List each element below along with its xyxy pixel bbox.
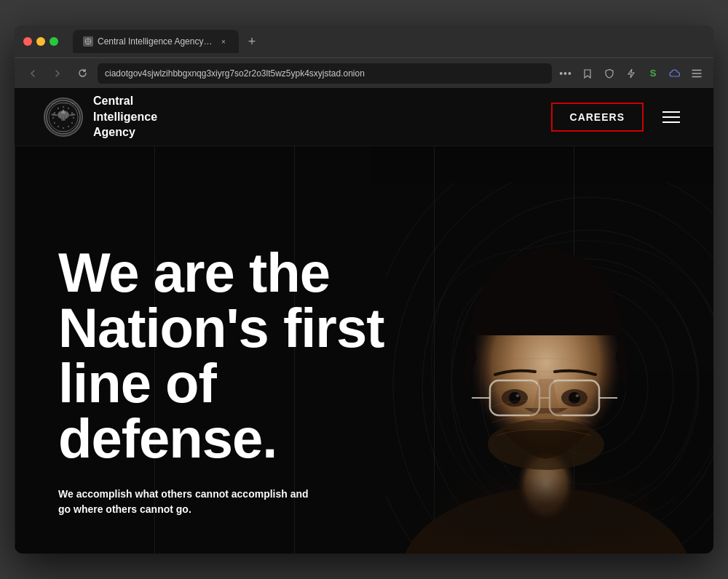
address-bar: ••• S [15, 57, 713, 88]
lightning-icon[interactable] [623, 65, 639, 81]
svg-rect-50 [393, 459, 699, 554]
maximize-window-button[interactable] [50, 37, 58, 46]
svg-point-48 [516, 394, 520, 397]
hero-subtext: We accomplish what others cannot accompl… [58, 487, 320, 517]
traffic-lights [23, 37, 58, 46]
svg-point-20 [54, 122, 55, 124]
logo-text: Central Intelligence Agency [93, 93, 157, 140]
careers-button[interactable]: CAREERS [551, 103, 644, 132]
forward-button[interactable] [48, 64, 67, 83]
more-options-icon[interactable]: ••• [558, 65, 574, 81]
svg-text:CENTRAL INTELLIGENCE: CENTRAL INTELLIGENCE [45, 103, 82, 105]
browser-window: Central Intelligence Agency - C... × + [15, 25, 713, 554]
hero-content: We are the Nation's first line of defens… [15, 245, 437, 517]
s-extension-icon[interactable]: S [645, 65, 661, 81]
hero-headline: We are the Nation's first line of defens… [58, 245, 437, 466]
svg-point-13 [68, 108, 69, 109]
svg-point-49 [576, 394, 579, 397]
hamburger-nav-button[interactable] [658, 107, 684, 127]
svg-point-15 [73, 117, 74, 119]
new-tab-button[interactable]: + [242, 31, 262, 52]
svg-point-21 [52, 117, 54, 119]
cia-seal: CENTRAL INTELLIGENCE AGENCY [44, 97, 83, 137]
svg-point-19 [58, 126, 59, 127]
svg-point-23 [58, 108, 59, 109]
site-nav: CAREERS [551, 103, 684, 132]
url-input[interactable] [98, 63, 552, 84]
site-hero: We are the Nation's first line of defens… [15, 146, 713, 554]
active-tab[interactable]: Central Intelligence Agency - C... × [73, 30, 239, 53]
cloud-icon[interactable] [667, 65, 683, 81]
browser-toolbar-icons: ••• S [558, 65, 705, 81]
svg-text:AGENCY: AGENCY [58, 130, 70, 132]
tab-bar: Central Intelligence Agency - C... × + [73, 30, 705, 53]
svg-point-18 [63, 127, 64, 129]
site-header: CENTRAL INTELLIGENCE AGENCY Central Inte… [15, 88, 713, 146]
title-bar: Central Intelligence Agency - C... × + [15, 25, 713, 57]
svg-point-17 [68, 126, 69, 127]
person-image [393, 168, 699, 554]
bookmark-icon[interactable] [579, 65, 596, 81]
svg-point-14 [71, 112, 73, 113]
close-window-button[interactable] [23, 37, 32, 46]
svg-point-12 [63, 106, 64, 108]
site-content: CENTRAL INTELLIGENCE AGENCY Central Inte… [15, 88, 713, 554]
refresh-button[interactable] [73, 64, 92, 83]
tab-title: Central Intelligence Agency - C... [98, 36, 214, 47]
svg-point-22 [54, 112, 55, 113]
svg-point-16 [71, 122, 73, 124]
minimize-window-button[interactable] [36, 37, 45, 46]
site-logo: CENTRAL INTELLIGENCE AGENCY Central Inte… [44, 93, 157, 140]
tab-close-button[interactable]: × [218, 36, 229, 47]
hamburger-menu-icon[interactable] [689, 65, 705, 81]
tab-favicon [83, 36, 93, 47]
shield-icon[interactable] [601, 65, 617, 81]
back-button[interactable] [23, 64, 42, 83]
